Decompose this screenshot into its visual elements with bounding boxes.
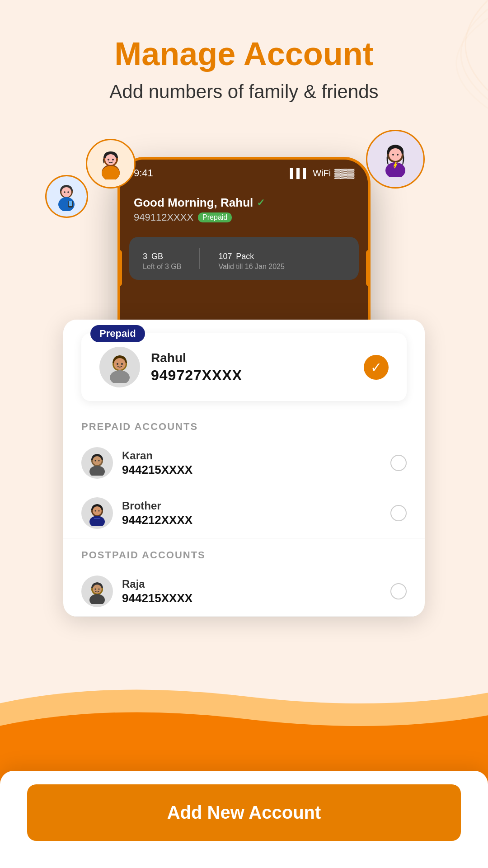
raja-radio[interactable]	[390, 583, 407, 599]
svg-point-38	[98, 588, 99, 590]
brother-radio[interactable]	[390, 505, 407, 521]
status-time: 9:41	[134, 167, 153, 179]
svg-rect-31	[94, 518, 100, 519]
page-subtitle: Add numbers of family & friends	[109, 81, 378, 103]
postpaid-section-header: POSTPAID ACCOUNTS	[63, 538, 425, 566]
primary-account-card[interactable]: Prepaid Rahul	[81, 333, 407, 401]
list-item[interactable]: Brother 944212XXXX	[63, 488, 425, 538]
brother-number: 944212XXXX	[122, 513, 381, 527]
divider	[199, 248, 200, 269]
raja-avatar	[81, 576, 113, 607]
battery-icon: ▓▓▓	[334, 168, 354, 179]
primary-account-info: Rahul 949727XXXX	[151, 351, 353, 384]
page-title: Manage Account	[114, 36, 373, 72]
avatar-float-2	[366, 130, 425, 189]
svg-point-15	[67, 191, 69, 193]
list-item[interactable]: Karan 944215XXXX	[63, 438, 425, 488]
karan-radio[interactable]	[390, 455, 407, 471]
signal-icon: ▌▌▌	[290, 168, 310, 179]
svg-point-24	[93, 456, 102, 465]
raja-name: Raja	[122, 578, 381, 590]
karan-name: Karan	[122, 449, 381, 462]
svg-point-4	[108, 159, 109, 160]
bottom-area: Add New Account	[0, 771, 488, 868]
phone-greeting: Good Morning, Rahul ✓	[134, 196, 354, 210]
svg-point-2	[105, 154, 116, 165]
svg-point-7	[389, 148, 402, 161]
prepaid-section-header: PREPAID ACCOUNTS	[63, 410, 425, 438]
karan-number: 944215XXXX	[122, 463, 381, 477]
phone-number-row: 949112XXXX Prepaid	[134, 212, 354, 223]
svg-point-9	[392, 154, 394, 156]
main-content: Manage Account Add numbers of family & f…	[0, 0, 488, 672]
phone-header: Good Morning, Rahul ✓ 949112XXXX Prepaid	[120, 187, 368, 237]
brother-name: Brother	[122, 500, 381, 512]
raja-info: Raja 944215XXXX	[122, 578, 381, 605]
svg-point-32	[94, 510, 96, 511]
status-icons: ▌▌▌ WiFi ▓▓▓	[290, 168, 354, 179]
svg-point-25	[89, 466, 105, 476]
brother-info: Brother 944212XXXX	[122, 500, 381, 527]
avatar-float-1	[86, 139, 136, 189]
svg-point-14	[64, 191, 66, 193]
avatar-float-3	[45, 175, 88, 218]
selected-check-icon: ✓	[364, 355, 389, 380]
svg-point-10	[397, 154, 399, 156]
svg-point-22	[121, 363, 123, 365]
prepaid-tag: Prepaid	[90, 325, 145, 342]
brother-avatar	[81, 497, 113, 529]
svg-point-20	[110, 370, 130, 383]
svg-point-36	[89, 594, 105, 604]
phone-status-bar: 9:41 ▌▌▌ WiFi ▓▓▓	[120, 160, 368, 187]
primary-account-avatar	[99, 347, 140, 387]
primary-account-name: Rahul	[151, 351, 353, 365]
primary-account-number: 949727XXXX	[151, 367, 353, 384]
data-stat: 3 GB Left of 3 GB	[143, 246, 181, 271]
list-item[interactable]: Raja 944215XXXX	[63, 566, 425, 617]
svg-point-21	[117, 363, 118, 365]
bottom-card: Add New Account	[0, 771, 488, 868]
karan-avatar	[81, 447, 113, 479]
svg-point-33	[98, 510, 99, 511]
svg-point-12	[61, 187, 71, 197]
svg-point-26	[94, 460, 96, 461]
verified-icon: ✓	[257, 197, 265, 209]
wifi-icon: WiFi	[313, 168, 331, 179]
svg-point-30	[89, 516, 105, 526]
svg-point-29	[93, 506, 102, 515]
svg-point-37	[94, 588, 96, 590]
account-modal-overlay: Prepaid Rahul	[63, 320, 425, 617]
svg-point-27	[98, 460, 99, 461]
karan-info: Karan 944215XXXX	[122, 449, 381, 477]
svg-rect-17	[69, 201, 72, 206]
svg-point-19	[114, 358, 126, 370]
svg-point-5	[112, 159, 114, 160]
add-account-button[interactable]: Add New Account	[27, 784, 461, 841]
primary-account-section: Prepaid Rahul	[63, 320, 425, 410]
phone-stats: 3 GB Left of 3 GB 107 Pack Valid till 16…	[129, 237, 359, 280]
pack-stat: 107 Pack Valid till 16 Jan 2025	[218, 246, 284, 271]
phone-area: 9:41 ▌▌▌ WiFi ▓▓▓ Good Morning, Rahul ✓ …	[41, 130, 447, 672]
raja-number: 944215XXXX	[122, 591, 381, 605]
phone-prepaid-badge: Prepaid	[198, 212, 232, 222]
